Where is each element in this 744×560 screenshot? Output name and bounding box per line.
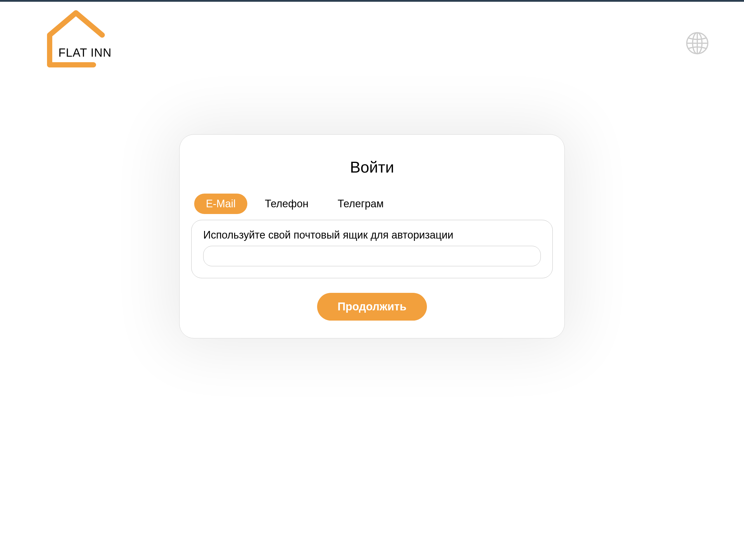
- tab-telegram[interactable]: Телеграм: [326, 194, 395, 214]
- brand-logo[interactable]: FLAT INN: [41, 9, 134, 68]
- tab-phone[interactable]: Телефон: [253, 194, 320, 214]
- language-globe-icon[interactable]: [685, 32, 709, 56]
- email-input[interactable]: [203, 246, 541, 266]
- input-section: Используйте свой почтовый ящик для автор…: [191, 220, 553, 278]
- tab-email[interactable]: E-Mail: [194, 194, 247, 214]
- header: FLAT INN: [0, 2, 744, 68]
- login-card: Войти E-Mail Телефон Телеграм Используйт…: [179, 134, 565, 338]
- email-input-label: Используйте свой почтовый ящик для автор…: [203, 229, 541, 241]
- continue-button[interactable]: Продолжить: [317, 293, 427, 321]
- login-tabs: E-Mail Телефон Телеграм: [191, 194, 553, 214]
- svg-text:FLAT INN: FLAT INN: [59, 46, 112, 59]
- login-title: Войти: [191, 158, 553, 176]
